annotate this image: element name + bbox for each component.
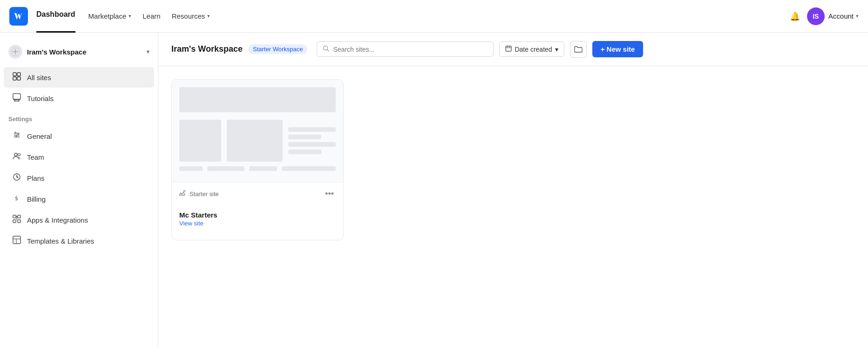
main-header: Iram's Workspace Starter Workspace Date … [158, 33, 868, 66]
workspace-chevron-icon: ▾ [147, 48, 149, 55]
general-icon [12, 131, 21, 141]
workspace-badge: Starter Workspace [248, 44, 307, 54]
svg-rect-24 [18, 215, 20, 218]
workspace-icon [8, 45, 22, 59]
avatar[interactable]: IS [807, 7, 825, 25]
svg-rect-7 [17, 77, 20, 80]
sidebar-item-apps-integrations-label: Apps & Integrations [27, 216, 88, 224]
svg-text:$: $ [15, 195, 18, 202]
svg-rect-25 [13, 220, 16, 223]
main-content: Iram's Workspace Starter Workspace Date … [158, 33, 868, 347]
skeleton-sm-3 [249, 166, 277, 171]
sidebar-item-billing[interactable]: $ Billing [4, 189, 154, 209]
site-name: Mc Starters [178, 211, 337, 219]
skeleton-box-mid [227, 120, 283, 162]
account-menu[interactable]: Account ▾ [828, 12, 859, 20]
sidebar-item-team[interactable]: Team [4, 147, 154, 167]
date-sort-chevron-icon: ▾ [555, 46, 558, 53]
settings-section-title: Settings [0, 109, 158, 125]
sidebar-item-apps-integrations[interactable]: Apps & Integrations [4, 210, 154, 230]
svg-rect-26 [18, 220, 20, 223]
search-icon [323, 45, 329, 53]
site-card[interactable]: Starter site ••• Mc Starters View site [171, 79, 344, 240]
layout: Iram's Workspace ▾ All sites Tutorials S… [0, 33, 868, 347]
skeleton-lines [288, 120, 336, 162]
svg-point-20 [18, 154, 20, 156]
svg-rect-5 [17, 73, 20, 76]
site-label: Starter site [190, 191, 219, 197]
marketplace-nav-item[interactable]: Marketplace ▾ [88, 0, 132, 33]
sidebar-item-general[interactable]: General [4, 126, 154, 146]
skeleton-line [288, 127, 336, 132]
skeleton-sm-4 [282, 166, 336, 171]
skeleton-line-short-2 [288, 150, 321, 154]
skeleton-row [179, 120, 336, 162]
date-sort-button[interactable]: Date created ▾ [499, 41, 564, 57]
svg-point-38 [184, 191, 185, 192]
search-box[interactable] [317, 41, 494, 57]
skeleton-sm-1 [179, 166, 203, 171]
date-sort-label: Date created [515, 46, 552, 53]
templates-libraries-icon [12, 236, 21, 246]
sidebar-item-plans-label: Plans [27, 174, 45, 182]
svg-rect-6 [13, 77, 16, 80]
team-icon [12, 152, 21, 162]
folder-view-button[interactable] [570, 41, 587, 58]
skeleton-sm-2 [207, 166, 244, 171]
all-sites-icon [12, 72, 21, 82]
skeleton-hero [179, 87, 336, 112]
svg-rect-23 [13, 215, 16, 218]
site-more-button[interactable]: ••• [322, 188, 337, 200]
sidebar-item-templates-libraries[interactable]: Templates & Libraries [4, 231, 154, 251]
svg-rect-8 [13, 94, 20, 99]
svg-rect-29 [13, 236, 20, 244]
sidebar-item-tutorials[interactable]: Tutorials [4, 88, 154, 109]
dashboard-nav-item[interactable]: Dashboard [36, 0, 75, 33]
sidebar-item-templates-libraries-label: Templates & Libraries [27, 237, 94, 245]
resources-chevron-icon: ▾ [207, 13, 210, 19]
skeleton-line-short [288, 135, 321, 139]
billing-icon: $ [12, 194, 21, 204]
sidebar: Iram's Workspace ▾ All sites Tutorials S… [0, 33, 158, 347]
account-chevron-icon: ▾ [856, 13, 859, 19]
svg-line-33 [327, 50, 329, 52]
svg-rect-4 [13, 73, 16, 76]
notifications-bell-icon[interactable]: 🔔 [787, 8, 803, 25]
sidebar-item-tutorials-label: Tutorials [27, 95, 54, 102]
sidebar-item-all-sites[interactable]: All sites [4, 67, 154, 88]
learn-nav-item[interactable]: Learn [142, 0, 160, 33]
marketplace-chevron-icon: ▾ [129, 13, 131, 19]
starter-site-icon [178, 190, 186, 198]
sidebar-item-all-sites-label: All sites [27, 74, 51, 82]
search-input[interactable] [333, 46, 488, 53]
workspace-selector[interactable]: Iram's Workspace ▾ [0, 40, 158, 63]
svg-point-19 [14, 153, 17, 156]
skeleton-box-left [179, 120, 221, 162]
svg-rect-34 [506, 46, 511, 51]
skeleton-bottom-row [179, 166, 336, 171]
site-thumbnail [172, 80, 343, 182]
resources-nav-item[interactable]: Resources ▾ [172, 0, 210, 33]
sidebar-item-general-label: General [27, 132, 52, 140]
site-card-footer-left: Starter site [178, 190, 219, 198]
apps-integrations-icon [12, 215, 21, 225]
sidebar-item-plans[interactable]: Plans [4, 168, 154, 188]
site-card-body: Mc Starters View site [172, 211, 343, 240]
workspace-name: Iram's Workspace [27, 48, 142, 56]
calendar-icon [505, 45, 512, 53]
site-view-link[interactable]: View site [178, 220, 337, 233]
topnav: Dashboard Marketplace ▾ Learn Resources … [0, 0, 868, 33]
main-title: Iram's Workspace [171, 44, 243, 54]
new-site-button[interactable]: + New site [592, 41, 644, 57]
plans-icon [12, 173, 21, 183]
sidebar-item-team-label: Team [27, 153, 44, 161]
webflow-logo[interactable] [9, 7, 28, 26]
sidebar-item-billing-label: Billing [27, 195, 46, 203]
tutorials-icon [12, 93, 21, 103]
sites-grid: Starter site ••• Mc Starters View site [158, 66, 868, 253]
skeleton-line-2 [288, 142, 336, 147]
site-card-footer: Starter site ••• [172, 182, 343, 205]
